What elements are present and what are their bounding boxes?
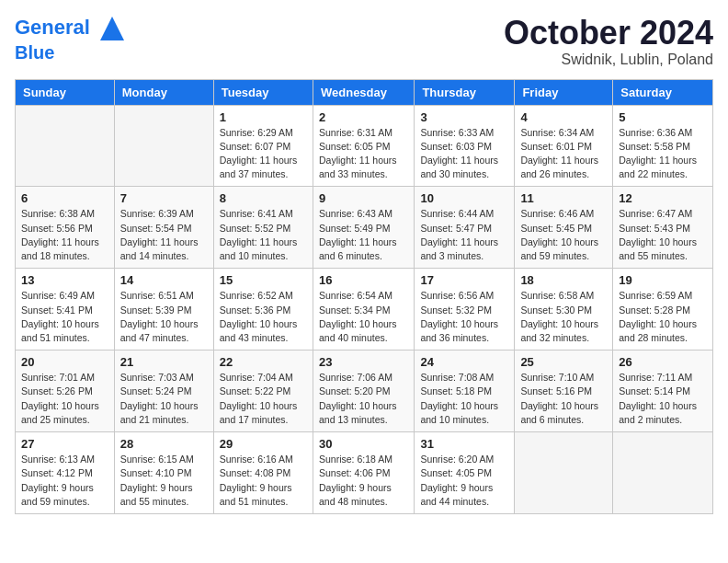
page-header: General Blue October 2024 Swidnik, Lubli… <box>15 15 713 68</box>
calendar-cell: 28Sunrise: 6:15 AM Sunset: 4:10 PM Dayli… <box>114 432 213 514</box>
logo-text2: Blue <box>15 42 126 63</box>
day-number: 18 <box>520 273 607 287</box>
day-number: 12 <box>619 191 707 205</box>
day-detail: Sunrise: 6:43 AM Sunset: 5:49 PM Dayligh… <box>319 207 408 263</box>
day-detail: Sunrise: 6:15 AM Sunset: 4:10 PM Dayligh… <box>120 453 208 509</box>
weekday-header-monday: Monday <box>114 79 213 105</box>
day-number: 25 <box>520 355 607 369</box>
calendar-cell: 30Sunrise: 6:18 AM Sunset: 4:06 PM Dayli… <box>313 432 414 514</box>
day-detail: Sunrise: 6:59 AM Sunset: 5:28 PM Dayligh… <box>619 289 707 345</box>
day-detail: Sunrise: 7:03 AM Sunset: 5:24 PM Dayligh… <box>120 371 208 427</box>
title-block: October 2024 Swidnik, Lublin, Poland <box>504 15 713 68</box>
day-detail: Sunrise: 7:10 AM Sunset: 5:16 PM Dayligh… <box>520 371 607 427</box>
day-number: 26 <box>619 355 707 369</box>
day-number: 15 <box>220 273 307 287</box>
day-number: 8 <box>220 191 307 205</box>
day-number: 29 <box>220 437 307 451</box>
day-detail: Sunrise: 7:04 AM Sunset: 5:22 PM Dayligh… <box>220 371 307 427</box>
day-number: 7 <box>120 191 208 205</box>
day-number: 24 <box>420 355 508 369</box>
calendar-cell: 25Sunrise: 7:10 AM Sunset: 5:16 PM Dayli… <box>515 350 613 432</box>
day-number: 17 <box>420 273 508 287</box>
calendar-cell: 23Sunrise: 7:06 AM Sunset: 5:20 PM Dayli… <box>313 350 414 432</box>
day-number: 21 <box>120 355 208 369</box>
calendar-cell: 5Sunrise: 6:36 AM Sunset: 5:58 PM Daylig… <box>613 105 713 187</box>
day-number: 10 <box>420 191 508 205</box>
calendar-cell: 31Sunrise: 6:20 AM Sunset: 4:05 PM Dayli… <box>415 432 515 514</box>
calendar-cell: 22Sunrise: 7:04 AM Sunset: 5:22 PM Dayli… <box>213 350 313 432</box>
day-detail: Sunrise: 6:44 AM Sunset: 5:47 PM Dayligh… <box>420 207 508 263</box>
calendar-cell: 4Sunrise: 6:34 AM Sunset: 6:01 PM Daylig… <box>515 105 613 187</box>
day-detail: Sunrise: 6:58 AM Sunset: 5:30 PM Dayligh… <box>520 289 607 345</box>
logo-text: General <box>15 15 126 42</box>
day-detail: Sunrise: 6:51 AM Sunset: 5:39 PM Dayligh… <box>120 289 208 345</box>
calendar-cell: 16Sunrise: 6:54 AM Sunset: 5:34 PM Dayli… <box>313 269 414 350</box>
weekday-header-friday: Friday <box>515 79 613 105</box>
calendar-week-4: 27Sunrise: 6:13 AM Sunset: 4:12 PM Dayli… <box>16 432 713 514</box>
day-detail: Sunrise: 6:13 AM Sunset: 4:12 PM Dayligh… <box>21 453 108 509</box>
calendar-cell: 8Sunrise: 6:41 AM Sunset: 5:52 PM Daylig… <box>213 187 313 269</box>
svg-marker-0 <box>100 17 124 40</box>
day-number: 19 <box>619 273 707 287</box>
day-number: 1 <box>220 110 307 124</box>
day-number: 22 <box>220 355 307 369</box>
day-number: 16 <box>319 273 408 287</box>
day-number: 27 <box>21 437 108 451</box>
day-detail: Sunrise: 6:33 AM Sunset: 6:03 PM Dayligh… <box>420 126 508 182</box>
day-detail: Sunrise: 6:52 AM Sunset: 5:36 PM Dayligh… <box>220 289 307 345</box>
calendar-cell: 21Sunrise: 7:03 AM Sunset: 5:24 PM Dayli… <box>114 350 213 432</box>
weekday-header-tuesday: Tuesday <box>213 79 313 105</box>
day-number: 2 <box>319 110 408 124</box>
calendar-cell: 20Sunrise: 7:01 AM Sunset: 5:26 PM Dayli… <box>16 350 115 432</box>
calendar-body: 1Sunrise: 6:29 AM Sunset: 6:07 PM Daylig… <box>16 105 713 513</box>
day-number: 30 <box>319 437 408 451</box>
calendar-cell: 9Sunrise: 6:43 AM Sunset: 5:49 PM Daylig… <box>313 187 414 269</box>
day-detail: Sunrise: 6:46 AM Sunset: 5:45 PM Dayligh… <box>520 207 607 263</box>
day-number: 3 <box>420 110 508 124</box>
day-detail: Sunrise: 6:49 AM Sunset: 5:41 PM Dayligh… <box>21 289 108 345</box>
day-detail: Sunrise: 6:36 AM Sunset: 5:58 PM Dayligh… <box>619 126 707 182</box>
calendar-cell: 3Sunrise: 6:33 AM Sunset: 6:03 PM Daylig… <box>415 105 515 187</box>
day-detail: Sunrise: 6:20 AM Sunset: 4:05 PM Dayligh… <box>420 453 508 509</box>
day-detail: Sunrise: 6:31 AM Sunset: 6:05 PM Dayligh… <box>319 126 408 182</box>
calendar-cell <box>613 432 713 514</box>
day-detail: Sunrise: 6:47 AM Sunset: 5:43 PM Dayligh… <box>619 207 707 263</box>
day-detail: Sunrise: 6:16 AM Sunset: 4:08 PM Dayligh… <box>220 453 307 509</box>
day-detail: Sunrise: 7:06 AM Sunset: 5:20 PM Dayligh… <box>319 371 408 427</box>
calendar-week-0: 1Sunrise: 6:29 AM Sunset: 6:07 PM Daylig… <box>16 105 713 187</box>
day-number: 14 <box>120 273 208 287</box>
calendar-cell: 17Sunrise: 6:56 AM Sunset: 5:32 PM Dayli… <box>415 269 515 350</box>
weekday-header-saturday: Saturday <box>613 79 713 105</box>
calendar-cell: 24Sunrise: 7:08 AM Sunset: 5:18 PM Dayli… <box>415 350 515 432</box>
calendar-header-row: SundayMondayTuesdayWednesdayThursdayFrid… <box>16 79 713 105</box>
day-detail: Sunrise: 6:39 AM Sunset: 5:54 PM Dayligh… <box>120 207 208 263</box>
weekday-header-thursday: Thursday <box>415 79 515 105</box>
day-number: 28 <box>120 437 208 451</box>
calendar-cell: 11Sunrise: 6:46 AM Sunset: 5:45 PM Dayli… <box>515 187 613 269</box>
day-number: 5 <box>619 110 707 124</box>
weekday-header-sunday: Sunday <box>16 79 115 105</box>
day-number: 13 <box>21 273 108 287</box>
day-detail: Sunrise: 7:01 AM Sunset: 5:26 PM Dayligh… <box>21 371 108 427</box>
calendar-table: SundayMondayTuesdayWednesdayThursdayFrid… <box>15 79 713 514</box>
logo: General Blue <box>15 15 126 63</box>
calendar-cell: 29Sunrise: 6:16 AM Sunset: 4:08 PM Dayli… <box>213 432 313 514</box>
day-number: 6 <box>21 191 108 205</box>
calendar-cell <box>114 105 213 187</box>
day-number: 4 <box>520 110 607 124</box>
calendar-cell: 7Sunrise: 6:39 AM Sunset: 5:54 PM Daylig… <box>114 187 213 269</box>
day-number: 9 <box>319 191 408 205</box>
calendar-cell: 10Sunrise: 6:44 AM Sunset: 5:47 PM Dayli… <box>415 187 515 269</box>
calendar-cell <box>16 105 115 187</box>
weekday-header-wednesday: Wednesday <box>313 79 414 105</box>
day-detail: Sunrise: 7:08 AM Sunset: 5:18 PM Dayligh… <box>420 371 508 427</box>
day-number: 31 <box>420 437 508 451</box>
calendar-cell: 6Sunrise: 6:38 AM Sunset: 5:56 PM Daylig… <box>16 187 115 269</box>
day-number: 23 <box>319 355 408 369</box>
calendar-cell: 2Sunrise: 6:31 AM Sunset: 6:05 PM Daylig… <box>313 105 414 187</box>
calendar-cell: 18Sunrise: 6:58 AM Sunset: 5:30 PM Dayli… <box>515 269 613 350</box>
month-title: October 2024 <box>504 15 713 52</box>
calendar-week-3: 20Sunrise: 7:01 AM Sunset: 5:26 PM Dayli… <box>16 350 713 432</box>
calendar-cell: 15Sunrise: 6:52 AM Sunset: 5:36 PM Dayli… <box>213 269 313 350</box>
calendar-cell: 13Sunrise: 6:49 AM Sunset: 5:41 PM Dayli… <box>16 269 115 350</box>
